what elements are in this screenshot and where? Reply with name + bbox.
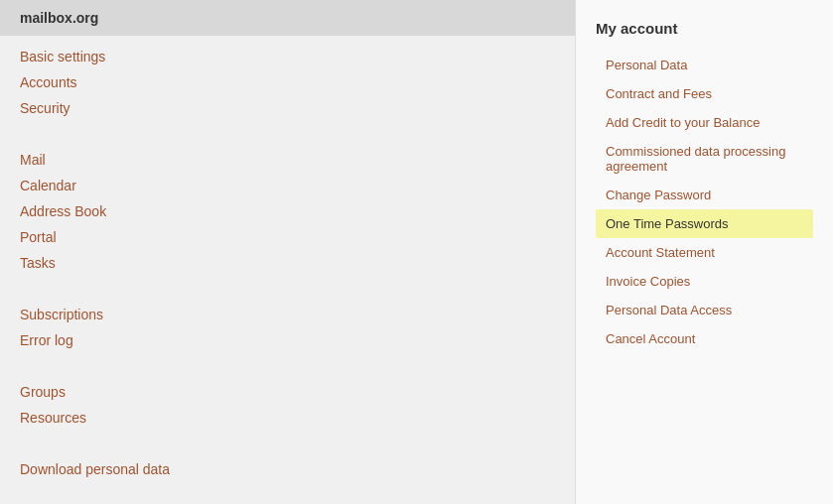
right-nav-personal-data-access[interactable]: Personal Data Access <box>596 296 813 324</box>
right-nav-invoice-copies[interactable]: Invoice Copies <box>596 267 813 296</box>
right-nav-change-password[interactable]: Change Password <box>596 181 813 209</box>
sidebar-item-portal[interactable]: Portal <box>20 224 555 250</box>
right-panel-title: My account <box>596 20 813 37</box>
right-nav-contract-and-fees[interactable]: Contract and Fees <box>596 79 813 108</box>
sidebar-item-calendar[interactable]: Calendar <box>20 173 555 198</box>
sidebar-group-3: Subscriptions Error log <box>0 294 575 361</box>
sidebar-item-resources[interactable]: Resources <box>20 405 555 431</box>
sidebar-header: mailbox.org <box>0 0 575 36</box>
sidebar-item-mail[interactable]: Mail <box>20 147 555 173</box>
right-nav-cancel-account[interactable]: Cancel Account <box>596 324 813 353</box>
sidebar-item-error-log[interactable]: Error log <box>20 327 555 353</box>
sidebar-group-2: Mail Calendar Address Book Portal Tasks <box>0 139 575 284</box>
sidebar-item-address-book[interactable]: Address Book <box>20 198 555 224</box>
right-nav-account-statement[interactable]: Account Statement <box>596 238 813 267</box>
sidebar-item-download-personal-data[interactable]: Download personal data <box>20 456 555 482</box>
sidebar-item-subscriptions[interactable]: Subscriptions <box>20 302 555 327</box>
sidebar-item-groups[interactable]: Groups <box>20 379 555 405</box>
sidebar: mailbox.org Basic settings Accounts Secu… <box>0 0 576 504</box>
sidebar-item-security[interactable]: Security <box>20 95 555 121</box>
right-nav-add-credit[interactable]: Add Credit to your Balance <box>596 108 813 137</box>
sidebar-item-accounts[interactable]: Accounts <box>20 69 555 95</box>
right-nav-commissioned-data[interactable]: Commissioned data processing agreement <box>596 137 813 181</box>
sidebar-group-4: Groups Resources <box>0 371 575 439</box>
right-nav-one-time-passwords[interactable]: One Time Passwords <box>596 209 813 238</box>
right-panel: My account Personal Data Contract and Fe… <box>576 0 833 504</box>
sidebar-group-1: Basic settings Accounts Security <box>0 36 575 129</box>
right-nav-personal-data[interactable]: Personal Data <box>596 51 813 79</box>
sidebar-group-5: Download personal data <box>0 448 575 490</box>
sidebar-item-tasks[interactable]: Tasks <box>20 250 555 276</box>
sidebar-item-basic-settings[interactable]: Basic settings <box>20 44 555 69</box>
